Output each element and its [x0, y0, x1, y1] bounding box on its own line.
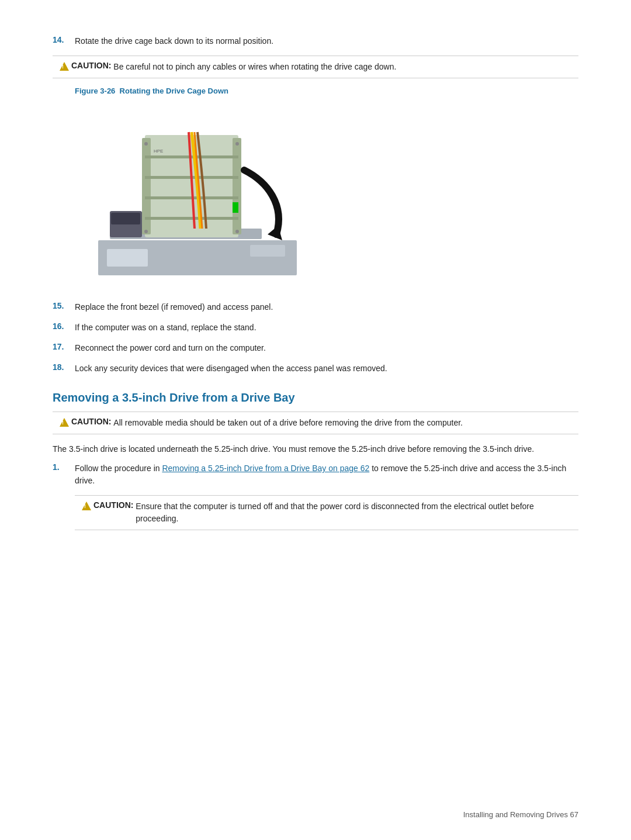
step-16: 16. If the computer was on a stand, repl…	[53, 322, 578, 334]
step-16-number: 16.	[53, 322, 75, 331]
page-content: 14. Rotate the drive cage back down to i…	[0, 0, 631, 585]
caution-14-content: CAUTION: Be careful not to pinch any cab…	[71, 61, 571, 73]
page-footer: Installing and Removing Drives 67	[463, 810, 578, 819]
step-section2-1-number: 1.	[53, 462, 75, 472]
step-17-number: 17.	[53, 342, 75, 351]
svg-rect-9	[233, 202, 238, 213]
svg-rect-4	[233, 138, 241, 234]
step-18-text: Lock any security devices that were dise…	[75, 362, 578, 375]
step-section2-1: 1. Follow the procedure in Removing a 5.…	[53, 462, 578, 487]
caution-step1: CAUTION: Ensure that the computer is tur…	[75, 495, 578, 530]
svg-point-17	[235, 230, 239, 233]
caution-section-content: CAUTION: All removable media should be t…	[71, 417, 571, 429]
caution-section-text: All removable media should be taken out …	[113, 417, 463, 429]
step-17-text: Reconnect the power cord and turn on the…	[75, 342, 578, 354]
step-18-number: 18.	[53, 362, 75, 372]
svg-point-16	[235, 142, 239, 146]
step1-link[interactable]: Removing a 5.25-inch Drive from a Drive …	[162, 464, 369, 473]
caution-14-icon	[60, 62, 69, 71]
section-heading-removing-35: Removing a 3.5-inch Drive from a Drive B…	[53, 391, 578, 405]
step-15-text: Replace the front bezel (if removed) and…	[75, 301, 578, 313]
step-16-text: If the computer was on a stand, replace …	[75, 322, 578, 334]
svg-point-14	[144, 142, 148, 146]
caution-14-text: Be careful not to pinch any cables or wi…	[113, 61, 396, 73]
svg-text:HPE: HPE	[154, 148, 163, 154]
svg-rect-18	[107, 249, 148, 267]
step1-text-before: Follow the procedure in	[75, 464, 162, 473]
drive-cage-illustration: HPE	[75, 100, 297, 287]
svg-rect-3	[142, 138, 151, 234]
caution-step1-text: Ensure that the computer is turned off a…	[136, 500, 571, 525]
body-paragraph-35inch: The 3.5-inch drive is located underneath…	[53, 443, 578, 455]
svg-rect-19	[250, 245, 285, 257]
caution-step1-content: CAUTION: Ensure that the computer is tur…	[93, 500, 571, 525]
caution-section-label: CAUTION:	[71, 417, 111, 426]
caution-section-icon	[60, 418, 69, 427]
svg-rect-12	[111, 213, 140, 224]
svg-rect-5	[145, 155, 238, 158]
step-18: 18. Lock any security devices that were …	[53, 362, 578, 375]
figure-3-26-image: HPE	[75, 100, 297, 287]
caution-14-label: CAUTION:	[71, 61, 111, 70]
step-14-text: Rotate the drive cage back down to its n…	[75, 35, 578, 47]
caution-section: CAUTION: All removable media should be t…	[53, 412, 578, 434]
step-14-number: 14.	[53, 35, 75, 44]
figure-3-26-caption: Figure 3-26 Rotating the Drive Cage Down	[75, 87, 578, 95]
step-17: 17. Reconnect the power cord and turn on…	[53, 342, 578, 354]
step-15: 15. Replace the front bezel (if removed)…	[53, 301, 578, 313]
caution-14: CAUTION: Be careful not to pinch any cab…	[53, 56, 578, 78]
figure-label: Figure 3-26	[75, 87, 115, 95]
svg-point-15	[144, 230, 148, 233]
caution-step1-label: CAUTION:	[93, 500, 133, 510]
caution-step1-icon	[82, 502, 91, 510]
step-section2-1-text: Follow the procedure in Removing a 5.25-…	[75, 462, 578, 487]
step-15-number: 15.	[53, 301, 75, 310]
figure-3-26-block: Figure 3-26 Rotating the Drive Cage Down	[75, 87, 578, 287]
figure-caption-text: Rotating the Drive Cage Down	[117, 87, 228, 95]
step-14: 14. Rotate the drive cage back down to i…	[53, 35, 578, 47]
svg-rect-8	[145, 217, 238, 220]
